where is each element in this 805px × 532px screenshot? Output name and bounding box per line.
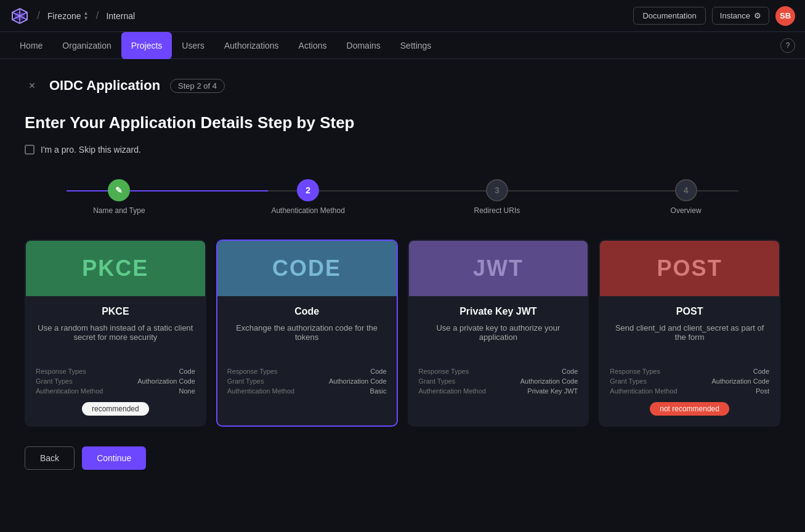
method-card-code[interactable]: CODE Code Exchange the authorization cod… <box>216 240 398 427</box>
instance-label: Instance <box>720 11 750 20</box>
top-bar: / Firezone ▲▼ / Internal Documentation I… <box>0 0 805 32</box>
stepper: ✎ Name and Type 2 Authentication Method … <box>25 179 780 215</box>
post-desc: Send client_id and client_secret as part… <box>610 323 769 358</box>
method-card-pkce[interactable]: PKCE PKCE Use a random hash instead of a… <box>25 240 206 427</box>
code-body: Code Exchange the authorization code for… <box>217 296 397 407</box>
avatar[interactable]: SB <box>775 6 795 26</box>
pkce-badge-row: recommended <box>36 402 195 416</box>
recommended-badge: recommended <box>82 402 149 416</box>
code-banner: CODE <box>217 241 397 296</box>
nav-item-home[interactable]: Home <box>10 32 52 59</box>
breadcrumb-firezone[interactable]: Firezone ▲▼ <box>47 11 88 21</box>
help-button[interactable]: ? <box>780 38 795 53</box>
step-3-circle: 3 <box>486 179 508 201</box>
nav-item-projects[interactable]: Projects <box>121 32 172 59</box>
step-badge: Step 2 of 4 <box>170 79 225 93</box>
gear-icon: ⚙ <box>754 11 761 20</box>
nav-menu: Home Organization Projects Users Authori… <box>0 32 805 59</box>
pkce-meta: Response TypesCode Grant TypesAuthorizat… <box>36 368 195 395</box>
post-meta: Response TypesCode Grant TypesAuthorizat… <box>610 368 769 395</box>
step-1-label: Name and Type <box>93 206 145 215</box>
top-bar-right: Documentation Instance ⚙ SB <box>633 6 795 26</box>
not-recommended-badge: not recommended <box>650 402 729 416</box>
nav-item-domains[interactable]: Domains <box>337 32 390 59</box>
jwt-meta: Response TypesCode Grant TypesAuthorizat… <box>419 368 578 395</box>
step-4-label: Overview <box>671 206 702 215</box>
pro-skip-checkbox[interactable] <box>25 145 34 155</box>
code-title: Code <box>227 306 387 317</box>
jwt-title: Private Key JWT <box>419 306 578 317</box>
step-2: 2 Authentication Method <box>214 179 403 215</box>
back-button[interactable]: Back <box>25 446 75 470</box>
pro-skip-label: I'm a pro. Skip this wizard. <box>41 145 141 155</box>
instance-button[interactable]: Instance ⚙ <box>712 7 769 25</box>
step-1-circle: ✎ <box>108 179 130 201</box>
nav-item-authorizations[interactable]: Authorizations <box>214 32 289 59</box>
post-banner: POST <box>600 241 779 296</box>
nav-item-actions[interactable]: Actions <box>289 32 337 59</box>
step-2-label: Authentication Method <box>271 206 344 215</box>
pkce-body: PKCE Use a random hash instead of a stat… <box>26 296 205 425</box>
breadcrumb-internal: Internal <box>106 11 135 21</box>
step-4: 4 Overview <box>591 179 780 215</box>
pro-skip-row: I'm a pro. Skip this wizard. <box>25 145 780 155</box>
post-body: POST Send client_id and client_secret as… <box>600 296 779 425</box>
method-cards: PKCE PKCE Use a random hash instead of a… <box>25 240 780 427</box>
top-bar-left: / Firezone ▲▼ / Internal <box>10 6 135 26</box>
continue-button[interactable]: Continue <box>82 446 146 470</box>
page-header: × OIDC Application Step 2 of 4 <box>25 78 780 94</box>
close-button[interactable]: × <box>25 78 39 93</box>
jwt-banner: JWT <box>409 241 588 296</box>
nav-item-users[interactable]: Users <box>172 32 214 59</box>
documentation-button[interactable]: Documentation <box>633 7 705 25</box>
slash-1: / <box>37 9 40 22</box>
slash-2: / <box>95 9 99 22</box>
method-card-jwt[interactable]: JWT Private Key JWT Use a private key to… <box>408 240 589 427</box>
action-row: Back Continue <box>25 446 780 470</box>
step-4-circle: 4 <box>675 179 697 201</box>
pkce-title: PKCE <box>36 306 195 317</box>
pkce-banner: PKCE <box>26 241 205 296</box>
post-badge-row: not recommended <box>610 402 769 416</box>
nav-item-organization[interactable]: Organization <box>52 32 121 59</box>
wizard-heading: Enter Your Application Details Step by S… <box>25 113 780 132</box>
jwt-desc: Use a private key to authorize your appl… <box>419 323 578 358</box>
page-content: × OIDC Application Step 2 of 4 Enter You… <box>0 59 805 488</box>
step-1: ✎ Name and Type <box>25 179 214 215</box>
page-title: OIDC Application <box>49 78 160 94</box>
pkce-desc: Use a random hash instead of a static cl… <box>36 323 195 358</box>
nav-item-settings[interactable]: Settings <box>390 32 442 59</box>
logo <box>10 6 30 26</box>
method-card-post[interactable]: POST POST Send client_id and client_secr… <box>599 240 780 427</box>
post-title: POST <box>610 306 769 317</box>
step-3-label: Redirect URIs <box>474 206 520 215</box>
step-2-circle: 2 <box>297 179 319 201</box>
step-3: 3 Redirect URIs <box>403 179 592 215</box>
firezone-arrows[interactable]: ▲▼ <box>83 11 88 21</box>
code-desc: Exchange the authorization code for the … <box>227 323 387 358</box>
jwt-body: Private Key JWT Use a private key to aut… <box>409 296 588 407</box>
code-meta: Response TypesCode Grant TypesAuthorizat… <box>227 368 387 395</box>
